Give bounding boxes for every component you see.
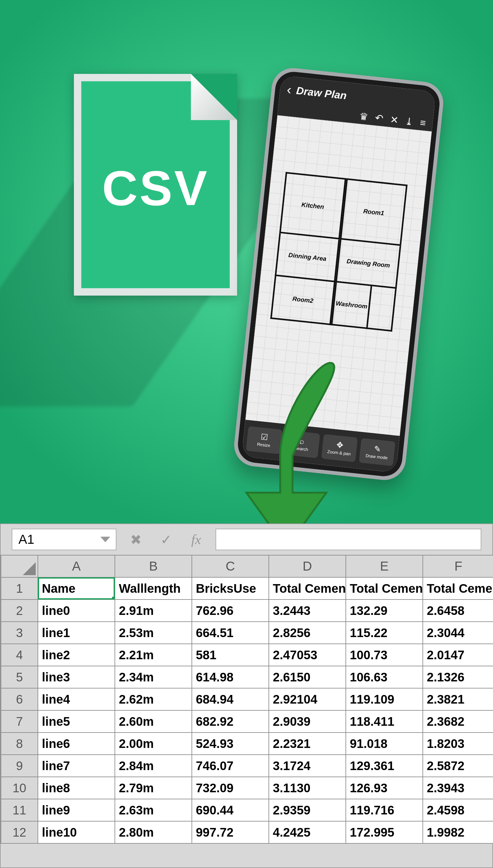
cell[interactable]: 2.3821 [423,688,493,710]
row-header[interactable]: 6 [1,688,38,710]
cell[interactable]: 524.93 [192,733,269,755]
back-icon[interactable]: ‹ [286,82,292,97]
cell[interactable]: 100.73 [346,644,423,666]
cell[interactable]: line6 [38,733,115,755]
cell[interactable]: 119.716 [346,799,423,821]
column-header[interactable]: B [115,555,192,577]
floor-plan-canvas[interactable]: Kitchen Room1 Dinning Area Drawing Room … [245,115,432,436]
cell[interactable]: 762.96 [192,600,269,622]
cell[interactable]: 2.91m [115,600,192,622]
row-header[interactable]: 5 [1,666,38,688]
cell[interactable]: 2.3044 [423,622,493,644]
cell[interactable]: 2.84m [115,755,192,777]
cell[interactable]: line10 [38,821,115,843]
cell[interactable]: 2.3682 [423,710,493,733]
room-hall[interactable] [368,286,396,332]
cell[interactable]: 129.361 [346,755,423,777]
cell[interactable]: Total Cemen [346,577,423,600]
menu-icon[interactable]: ≡ [420,117,426,129]
cell[interactable]: 2.62m [115,688,192,710]
cell[interactable]: 614.98 [192,666,269,688]
tool-search[interactable]: ⌕ Search [284,430,320,458]
cell[interactable]: 2.5872 [423,755,493,777]
column-header[interactable]: E [346,555,423,577]
cell[interactable]: 682.92 [192,710,269,733]
cell[interactable]: 2.53m [115,622,192,644]
row-header[interactable]: 3 [1,622,38,644]
row-header[interactable]: 11 [1,799,38,821]
cell[interactable]: 581 [192,644,269,666]
cell[interactable]: 2.3943 [423,777,493,799]
cell[interactable]: 2.92104 [269,688,346,710]
cell[interactable]: line1 [38,622,115,644]
select-all-corner[interactable] [1,555,38,577]
cell[interactable]: 2.8256 [269,622,346,644]
cell[interactable]: 3.2443 [269,600,346,622]
cell-selected[interactable]: Name [38,577,115,600]
cell[interactable]: Walllength [115,577,192,600]
cell[interactable]: 746.07 [192,755,269,777]
column-header[interactable]: F [423,555,493,577]
cell[interactable]: 4.2425 [269,821,346,843]
cell[interactable]: 732.09 [192,777,269,799]
cell[interactable]: line5 [38,710,115,733]
column-header[interactable]: A [38,555,115,577]
crown-icon[interactable]: ♛ [359,110,369,123]
column-header[interactable]: D [269,555,346,577]
cell[interactable]: 2.2321 [269,733,346,755]
cell[interactable]: line4 [38,688,115,710]
row-header[interactable]: 7 [1,710,38,733]
cell[interactable]: line0 [38,600,115,622]
cell[interactable]: 3.1724 [269,755,346,777]
cell[interactable]: 3.1130 [269,777,346,799]
tool-resize[interactable]: ☑ Resize [246,426,282,454]
room-room2[interactable]: Room2 [270,276,336,325]
cell[interactable]: BricksUse [192,577,269,600]
cell[interactable]: 2.6458 [423,600,493,622]
cell[interactable]: 2.47053 [269,644,346,666]
close-icon[interactable]: ✕ [389,114,399,126]
cell[interactable]: 106.63 [346,666,423,688]
cell[interactable]: Total Cemen [269,577,346,600]
cancel-formula-button[interactable]: ✖ [125,529,147,550]
cell[interactable]: 2.0147 [423,644,493,666]
cell[interactable]: 997.72 [192,821,269,843]
cell[interactable]: 2.34m [115,666,192,688]
cell[interactable]: 2.63m [115,799,192,821]
column-header[interactable]: C [192,555,269,577]
cell[interactable]: 690.44 [192,799,269,821]
row-header[interactable]: 4 [1,644,38,666]
cell[interactable]: 2.00m [115,733,192,755]
row-header[interactable]: 8 [1,733,38,755]
cell[interactable]: 2.21m [115,644,192,666]
cell[interactable]: 2.1326 [423,666,493,688]
cell[interactable]: line7 [38,755,115,777]
row-header[interactable]: 10 [1,777,38,799]
cell[interactable]: 2.9359 [269,799,346,821]
undo-icon[interactable]: ↶ [374,112,384,125]
cell[interactable]: line3 [38,666,115,688]
room-washroom[interactable]: Washroom [331,282,372,329]
cell[interactable]: 2.79m [115,777,192,799]
cell[interactable]: 2.9039 [269,710,346,733]
row-header[interactable]: 9 [1,755,38,777]
cell[interactable]: 664.51 [192,622,269,644]
cell[interactable]: 2.80m [115,821,192,843]
room-drawing[interactable]: Drawing Room [335,240,401,289]
cell[interactable]: 132.29 [346,600,423,622]
cell[interactable]: 91.018 [346,733,423,755]
cell[interactable]: 2.6150 [269,666,346,688]
tool-draw-mode[interactable]: ✎ Draw mode [359,438,395,466]
cell[interactable]: 2.60m [115,710,192,733]
room-dining[interactable]: Dinning Area [275,233,340,282]
row-header[interactable]: 2 [1,600,38,622]
cell[interactable]: line2 [38,644,115,666]
cell[interactable]: 126.93 [346,777,423,799]
formula-input[interactable] [216,529,481,550]
cell[interactable]: line9 [38,799,115,821]
row-header[interactable]: 1 [1,577,38,600]
cell[interactable]: 172.995 [346,821,423,843]
download-icon[interactable]: ⤓ [404,115,414,128]
cell[interactable]: Total Cemen [423,577,493,600]
cell[interactable]: 1.9982 [423,821,493,843]
